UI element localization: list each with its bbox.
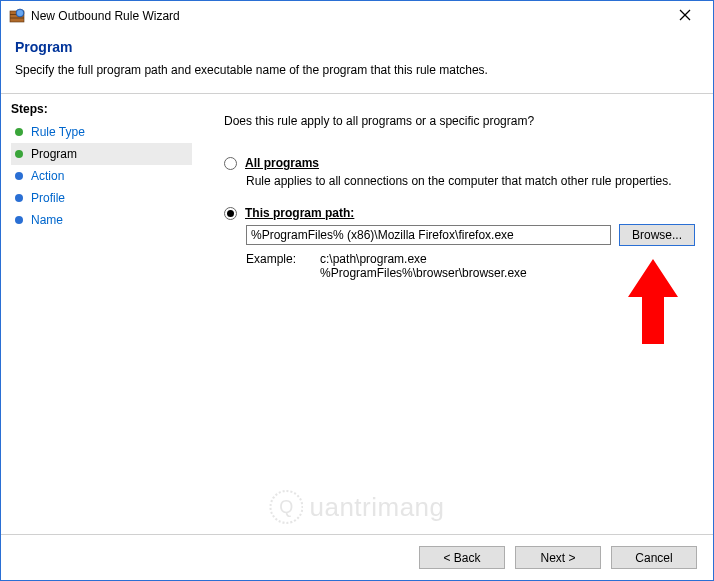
- close-button[interactable]: [663, 2, 707, 30]
- step-name[interactable]: Name: [11, 209, 192, 231]
- bullet-icon: [15, 128, 23, 136]
- example-paths: c:\path\program.exe %ProgramFiles%\brows…: [320, 252, 527, 280]
- step-profile[interactable]: Profile: [11, 187, 192, 209]
- this-path-label[interactable]: This program path:: [245, 206, 354, 220]
- all-programs-desc: Rule applies to all connections on the c…: [246, 174, 695, 188]
- step-link[interactable]: Program: [31, 147, 77, 161]
- wizard-body: Steps: Rule Type Program Action Profile: [1, 94, 713, 535]
- bullet-icon: [15, 150, 23, 158]
- wizard-footer: < Back Next > Cancel: [1, 534, 713, 580]
- wizard-window: New Outbound Rule Wizard Program Specify…: [0, 0, 714, 581]
- svg-point-4: [17, 10, 23, 16]
- bullet-icon: [15, 194, 23, 202]
- bullet-icon: [15, 172, 23, 180]
- cancel-button[interactable]: Cancel: [611, 546, 697, 569]
- steps-list: Rule Type Program Action Profile Name: [11, 121, 192, 231]
- example-line-1: c:\path\program.exe: [320, 252, 527, 266]
- back-button[interactable]: < Back: [419, 546, 505, 569]
- example-block: Example: c:\path\program.exe %ProgramFil…: [246, 252, 695, 280]
- step-rule-type[interactable]: Rule Type: [11, 121, 192, 143]
- step-link[interactable]: Action: [31, 169, 64, 183]
- page-subtitle: Specify the full program path and execut…: [15, 63, 699, 77]
- close-icon: [679, 8, 691, 24]
- content-pane: Does this rule apply to all programs or …: [196, 94, 713, 535]
- step-link[interactable]: Rule Type: [31, 125, 85, 139]
- option-this-path[interactable]: This program path:: [224, 206, 695, 220]
- page-title: Program: [15, 39, 699, 55]
- window-title: New Outbound Rule Wizard: [31, 9, 663, 23]
- step-link[interactable]: Name: [31, 213, 63, 227]
- steps-sidebar: Steps: Rule Type Program Action Profile: [1, 94, 196, 535]
- bullet-icon: [15, 216, 23, 224]
- step-program[interactable]: Program: [11, 143, 192, 165]
- steps-title: Steps:: [11, 102, 192, 116]
- all-programs-label[interactable]: All programs: [245, 156, 319, 170]
- prompt-text: Does this rule apply to all programs or …: [224, 114, 695, 128]
- firewall-icon: [9, 8, 25, 24]
- this-path-radio[interactable]: [224, 207, 237, 220]
- browse-button[interactable]: Browse...: [619, 224, 695, 246]
- step-action[interactable]: Action: [11, 165, 192, 187]
- step-link[interactable]: Profile: [31, 191, 65, 205]
- next-button[interactable]: Next >: [515, 546, 601, 569]
- example-label: Example:: [246, 252, 296, 280]
- program-path-input[interactable]: [246, 225, 611, 245]
- all-programs-radio[interactable]: [224, 157, 237, 170]
- example-line-2: %ProgramFiles%\browser\browser.exe: [320, 266, 527, 280]
- option-all-programs[interactable]: All programs: [224, 156, 695, 170]
- titlebar: New Outbound Rule Wizard: [1, 1, 713, 31]
- wizard-header: Program Specify the full program path an…: [1, 31, 713, 89]
- path-row: Browse...: [246, 224, 695, 246]
